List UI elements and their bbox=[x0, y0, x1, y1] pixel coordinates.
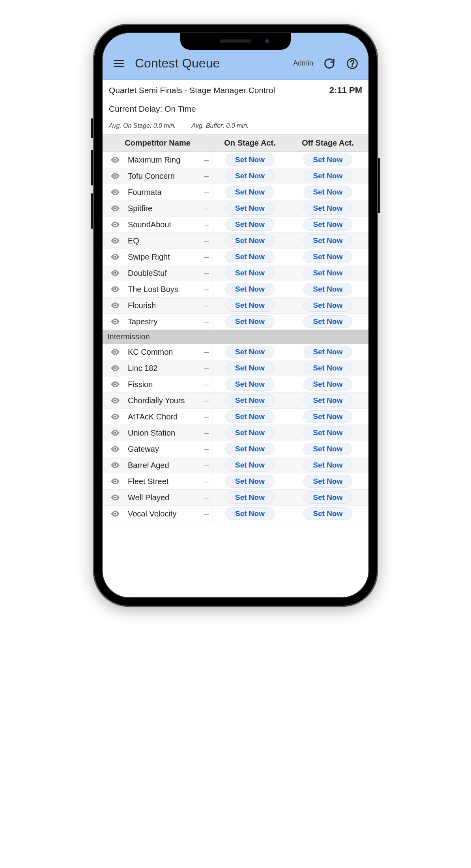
table-row: The Lost Boys–Set NowSet Now bbox=[103, 281, 368, 297]
competitor-name: AtTAcK Chord bbox=[128, 412, 178, 421]
visibility-icon[interactable] bbox=[110, 300, 121, 311]
set-now-off-button[interactable]: Set Now bbox=[303, 427, 353, 439]
set-now-off-button[interactable]: Set Now bbox=[303, 153, 353, 166]
set-now-on-button[interactable]: Set Now bbox=[225, 153, 275, 166]
visibility-icon[interactable] bbox=[110, 363, 121, 374]
dash-indicator: – bbox=[204, 396, 209, 405]
visibility-icon[interactable] bbox=[110, 395, 121, 406]
visibility-icon[interactable] bbox=[110, 284, 121, 295]
set-now-off-button[interactable]: Set Now bbox=[303, 475, 353, 488]
set-now-on-button[interactable]: Set Now bbox=[225, 283, 275, 296]
visibility-icon[interactable] bbox=[110, 460, 121, 471]
phone-frame: Contest Queue Admin Quartet Semi Finals … bbox=[93, 24, 378, 607]
set-now-on-button[interactable]: Set Now bbox=[225, 378, 275, 391]
set-now-on-button[interactable]: Set Now bbox=[225, 362, 275, 374]
help-icon[interactable] bbox=[346, 57, 359, 70]
table-row: Gateway–Set NowSet Now bbox=[103, 441, 368, 457]
visibility-icon[interactable] bbox=[110, 235, 121, 246]
visibility-icon[interactable] bbox=[110, 187, 121, 198]
competitor-name: Barrel Aged bbox=[128, 461, 169, 470]
menu-icon[interactable] bbox=[112, 57, 125, 70]
set-now-off-button[interactable]: Set Now bbox=[303, 186, 353, 198]
set-now-on-button[interactable]: Set Now bbox=[225, 443, 275, 455]
set-now-off-button[interactable]: Set Now bbox=[303, 251, 353, 263]
set-now-off-button[interactable]: Set Now bbox=[303, 443, 353, 455]
table-header: Competitor Name On Stage Act. Off Stage … bbox=[103, 135, 368, 152]
dash-indicator: – bbox=[204, 509, 209, 518]
svg-point-14 bbox=[114, 305, 116, 306]
dash-indicator: – bbox=[204, 188, 209, 197]
svg-point-25 bbox=[114, 497, 116, 498]
visibility-icon[interactable] bbox=[110, 251, 121, 262]
set-now-off-button[interactable]: Set Now bbox=[303, 234, 353, 247]
set-now-on-button[interactable]: Set Now bbox=[225, 507, 275, 520]
set-now-on-button[interactable]: Set Now bbox=[225, 170, 275, 182]
competitor-name: SoundAbout bbox=[128, 220, 171, 229]
refresh-icon[interactable] bbox=[323, 57, 336, 70]
visibility-icon[interactable] bbox=[110, 411, 121, 422]
avg-buffer: Avg. Buffer: 0.0 min. bbox=[192, 122, 249, 129]
set-now-off-button[interactable]: Set Now bbox=[303, 507, 353, 520]
set-now-off-button[interactable]: Set Now bbox=[303, 362, 353, 374]
svg-point-24 bbox=[114, 481, 116, 482]
set-now-off-button[interactable]: Set Now bbox=[303, 410, 353, 423]
visibility-icon[interactable] bbox=[110, 316, 121, 327]
set-now-on-button[interactable]: Set Now bbox=[225, 475, 275, 488]
visibility-icon[interactable] bbox=[110, 203, 121, 214]
visibility-icon[interactable] bbox=[110, 492, 121, 503]
visibility-icon[interactable] bbox=[110, 476, 121, 487]
visibility-icon[interactable] bbox=[110, 379, 121, 390]
table-row: AtTAcK Chord–Set NowSet Now bbox=[103, 409, 368, 425]
set-now-off-button[interactable]: Set Now bbox=[303, 394, 353, 407]
set-now-on-button[interactable]: Set Now bbox=[225, 202, 275, 215]
visibility-icon[interactable] bbox=[110, 170, 121, 181]
competitor-name: Fourmata bbox=[128, 188, 162, 197]
set-now-on-button[interactable]: Set Now bbox=[225, 218, 275, 231]
set-now-on-button[interactable]: Set Now bbox=[225, 394, 275, 407]
set-now-off-button[interactable]: Set Now bbox=[303, 170, 353, 182]
set-now-on-button[interactable]: Set Now bbox=[225, 234, 275, 247]
table-row: Chordially Yours–Set NowSet Now bbox=[103, 393, 368, 409]
set-now-on-button[interactable]: Set Now bbox=[225, 186, 275, 198]
set-now-on-button[interactable]: Set Now bbox=[225, 410, 275, 423]
set-now-off-button[interactable]: Set Now bbox=[303, 218, 353, 231]
visibility-icon[interactable] bbox=[110, 427, 121, 438]
competitor-name: Gateway bbox=[128, 445, 159, 454]
dash-indicator: – bbox=[204, 253, 209, 262]
set-now-on-button[interactable]: Set Now bbox=[225, 267, 275, 279]
set-now-on-button[interactable]: Set Now bbox=[225, 315, 275, 328]
intermission-row: Intermission bbox=[103, 330, 368, 344]
visibility-icon[interactable] bbox=[110, 154, 121, 165]
set-now-on-button[interactable]: Set Now bbox=[225, 299, 275, 312]
set-now-on-button[interactable]: Set Now bbox=[225, 251, 275, 263]
dash-indicator: – bbox=[204, 285, 209, 294]
svg-point-18 bbox=[114, 383, 116, 385]
dash-indicator: – bbox=[204, 220, 209, 229]
competitor-name: The Lost Boys bbox=[128, 285, 178, 294]
current-time: 2:11 PM bbox=[329, 85, 362, 95]
set-now-off-button[interactable]: Set Now bbox=[303, 202, 353, 215]
admin-label[interactable]: Admin bbox=[293, 59, 313, 67]
set-now-on-button[interactable]: Set Now bbox=[225, 427, 275, 439]
set-now-on-button[interactable]: Set Now bbox=[225, 346, 275, 358]
visibility-icon[interactable] bbox=[110, 268, 121, 279]
set-now-off-button[interactable]: Set Now bbox=[303, 315, 353, 328]
visibility-icon[interactable] bbox=[110, 443, 121, 455]
set-now-off-button[interactable]: Set Now bbox=[303, 299, 353, 312]
competitor-name: Vocal Velocity bbox=[128, 509, 176, 518]
svg-point-6 bbox=[114, 175, 116, 177]
visibility-icon[interactable] bbox=[110, 346, 121, 357]
set-now-off-button[interactable]: Set Now bbox=[303, 378, 353, 391]
svg-point-16 bbox=[114, 351, 116, 353]
visibility-icon[interactable] bbox=[110, 219, 121, 230]
set-now-off-button[interactable]: Set Now bbox=[303, 283, 353, 296]
set-now-on-button[interactable]: Set Now bbox=[225, 491, 275, 504]
visibility-icon[interactable] bbox=[110, 508, 121, 519]
dash-indicator: – bbox=[204, 364, 209, 373]
set-now-off-button[interactable]: Set Now bbox=[303, 346, 353, 358]
set-now-off-button[interactable]: Set Now bbox=[303, 267, 353, 279]
set-now-on-button[interactable]: Set Now bbox=[225, 459, 275, 471]
set-now-off-button[interactable]: Set Now bbox=[303, 491, 353, 504]
competitor-name: Maximum Ring bbox=[128, 155, 180, 165]
set-now-off-button[interactable]: Set Now bbox=[303, 459, 353, 471]
